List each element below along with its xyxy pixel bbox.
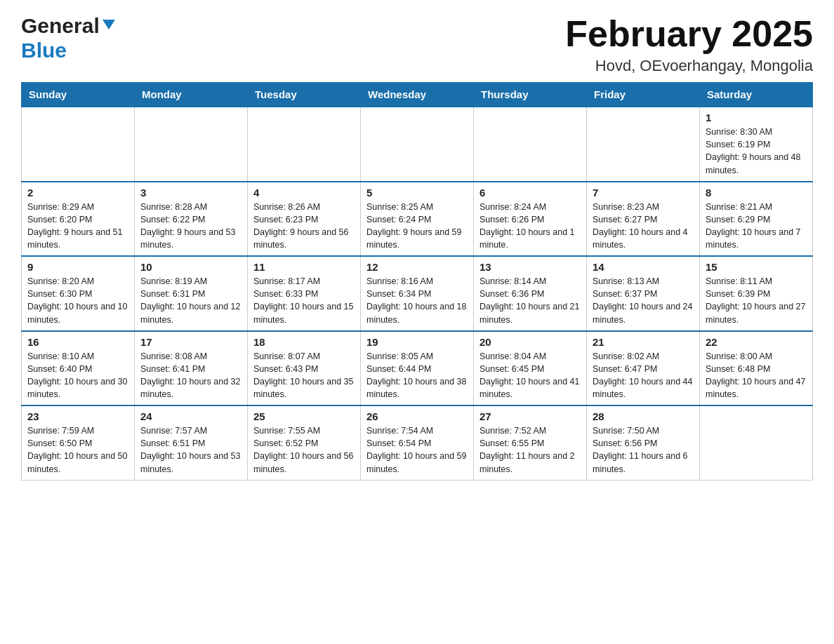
weekday-header-monday: Monday: [135, 83, 248, 107]
day-info: Sunrise: 8:04 AM Sunset: 6:45 PM Dayligh…: [479, 350, 581, 401]
day-number: 13: [479, 261, 581, 273]
calendar-cell: 20Sunrise: 8:04 AM Sunset: 6:45 PM Dayli…: [474, 331, 587, 406]
day-info: Sunrise: 8:19 AM Sunset: 6:31 PM Dayligh…: [140, 275, 241, 326]
day-number: 15: [706, 261, 807, 273]
calendar-week-row: 1Sunrise: 8:30 AM Sunset: 6:19 PM Daylig…: [22, 107, 813, 182]
calendar-cell: 11Sunrise: 8:17 AM Sunset: 6:33 PM Dayli…: [248, 256, 361, 331]
weekday-header-wednesday: Wednesday: [361, 83, 474, 107]
day-number: 7: [593, 187, 694, 199]
day-number: 1: [706, 112, 807, 123]
logo-arrow-icon: [101, 17, 117, 35]
day-number: 17: [140, 336, 241, 348]
day-number: 5: [366, 187, 468, 199]
day-number: 16: [27, 336, 128, 348]
calendar-cell: 1Sunrise: 8:30 AM Sunset: 6:19 PM Daylig…: [700, 107, 813, 182]
calendar-cell: 8Sunrise: 8:21 AM Sunset: 6:29 PM Daylig…: [700, 182, 813, 257]
weekday-header-row: SundayMondayTuesdayWednesdayThursdayFrid…: [22, 83, 813, 107]
day-info: Sunrise: 8:02 AM Sunset: 6:47 PM Dayligh…: [593, 350, 694, 401]
day-number: 23: [27, 410, 128, 422]
day-info: Sunrise: 7:54 AM Sunset: 6:54 PM Dayligh…: [366, 424, 468, 476]
day-number: 10: [140, 261, 241, 273]
logo-general-text: General: [21, 14, 100, 39]
calendar-cell: 24Sunrise: 7:57 AM Sunset: 6:51 PM Dayli…: [135, 405, 248, 480]
calendar-cell: [248, 107, 361, 182]
calendar-cell: [22, 107, 135, 182]
day-number: 4: [253, 187, 355, 199]
calendar-week-row: 23Sunrise: 7:59 AM Sunset: 6:50 PM Dayli…: [22, 405, 813, 480]
day-info: Sunrise: 8:26 AM Sunset: 6:23 PM Dayligh…: [253, 201, 355, 252]
calendar-cell: 3Sunrise: 8:28 AM Sunset: 6:22 PM Daylig…: [135, 182, 248, 257]
calendar-cell: 13Sunrise: 8:14 AM Sunset: 6:36 PM Dayli…: [474, 256, 587, 331]
calendar-cell: 5Sunrise: 8:25 AM Sunset: 6:24 PM Daylig…: [361, 182, 474, 257]
day-info: Sunrise: 8:28 AM Sunset: 6:22 PM Dayligh…: [140, 201, 241, 252]
calendar-cell: 15Sunrise: 8:11 AM Sunset: 6:39 PM Dayli…: [700, 256, 813, 331]
day-number: 9: [27, 261, 128, 273]
calendar-cell: 16Sunrise: 8:10 AM Sunset: 6:40 PM Dayli…: [22, 331, 135, 406]
title-area: February 2025 Hovd, OEvoerhangay, Mongol…: [565, 14, 813, 75]
calendar-cell: [135, 107, 248, 182]
day-number: 6: [479, 187, 581, 199]
calendar-cell: 21Sunrise: 8:02 AM Sunset: 6:47 PM Dayli…: [587, 331, 700, 406]
calendar-cell: 23Sunrise: 7:59 AM Sunset: 6:50 PM Dayli…: [22, 405, 135, 480]
day-info: Sunrise: 8:07 AM Sunset: 6:43 PM Dayligh…: [253, 350, 355, 401]
month-title: February 2025: [565, 14, 813, 54]
day-info: Sunrise: 8:30 AM Sunset: 6:19 PM Dayligh…: [706, 126, 807, 177]
day-number: 26: [366, 410, 468, 422]
weekday-header-saturday: Saturday: [700, 83, 813, 107]
day-info: Sunrise: 8:29 AM Sunset: 6:20 PM Dayligh…: [27, 201, 128, 252]
day-info: Sunrise: 7:57 AM Sunset: 6:51 PM Dayligh…: [140, 424, 241, 476]
calendar-week-row: 16Sunrise: 8:10 AM Sunset: 6:40 PM Dayli…: [22, 331, 813, 406]
calendar-cell: [474, 107, 587, 182]
day-number: 20: [479, 336, 581, 348]
day-number: 28: [593, 410, 694, 422]
day-number: 22: [706, 336, 807, 348]
calendar-cell: [361, 107, 474, 182]
calendar-cell: 17Sunrise: 8:08 AM Sunset: 6:41 PM Dayli…: [135, 331, 248, 406]
weekday-header-tuesday: Tuesday: [248, 83, 361, 107]
day-info: Sunrise: 7:50 AM Sunset: 6:56 PM Dayligh…: [593, 424, 694, 476]
calendar-cell: 19Sunrise: 8:05 AM Sunset: 6:44 PM Dayli…: [361, 331, 474, 406]
day-info: Sunrise: 8:05 AM Sunset: 6:44 PM Dayligh…: [366, 350, 468, 401]
day-info: Sunrise: 8:20 AM Sunset: 6:30 PM Dayligh…: [27, 275, 128, 326]
calendar-cell: 18Sunrise: 8:07 AM Sunset: 6:43 PM Dayli…: [248, 331, 361, 406]
day-info: Sunrise: 8:13 AM Sunset: 6:37 PM Dayligh…: [593, 275, 694, 326]
calendar-table: SundayMondayTuesdayWednesdayThursdayFrid…: [21, 82, 813, 481]
svg-marker-0: [102, 20, 115, 29]
calendar-week-row: 2Sunrise: 8:29 AM Sunset: 6:20 PM Daylig…: [22, 182, 813, 257]
day-info: Sunrise: 8:14 AM Sunset: 6:36 PM Dayligh…: [479, 275, 581, 326]
calendar-cell: 27Sunrise: 7:52 AM Sunset: 6:55 PM Dayli…: [474, 405, 587, 480]
calendar-cell: 28Sunrise: 7:50 AM Sunset: 6:56 PM Dayli…: [587, 405, 700, 480]
day-info: Sunrise: 7:52 AM Sunset: 6:55 PM Dayligh…: [479, 424, 581, 476]
calendar-cell: 26Sunrise: 7:54 AM Sunset: 6:54 PM Dayli…: [361, 405, 474, 480]
calendar-cell: 9Sunrise: 8:20 AM Sunset: 6:30 PM Daylig…: [22, 256, 135, 331]
day-info: Sunrise: 8:17 AM Sunset: 6:33 PM Dayligh…: [253, 275, 355, 326]
weekday-header-friday: Friday: [587, 83, 700, 107]
day-info: Sunrise: 7:55 AM Sunset: 6:52 PM Dayligh…: [253, 424, 355, 476]
logo: General Blue: [21, 14, 117, 62]
day-number: 21: [593, 336, 694, 348]
calendar-cell: 7Sunrise: 8:23 AM Sunset: 6:27 PM Daylig…: [587, 182, 700, 257]
day-number: 19: [366, 336, 468, 348]
day-info: Sunrise: 7:59 AM Sunset: 6:50 PM Dayligh…: [27, 424, 128, 476]
location-subtitle: Hovd, OEvoerhangay, Mongolia: [565, 57, 813, 75]
day-info: Sunrise: 8:23 AM Sunset: 6:27 PM Dayligh…: [593, 201, 694, 252]
calendar-cell: [587, 107, 700, 182]
calendar-week-row: 9Sunrise: 8:20 AM Sunset: 6:30 PM Daylig…: [22, 256, 813, 331]
calendar-cell: 25Sunrise: 7:55 AM Sunset: 6:52 PM Dayli…: [248, 405, 361, 480]
calendar-cell: 6Sunrise: 8:24 AM Sunset: 6:26 PM Daylig…: [474, 182, 587, 257]
day-info: Sunrise: 8:24 AM Sunset: 6:26 PM Dayligh…: [479, 201, 581, 252]
day-number: 27: [479, 410, 581, 422]
calendar-cell: 12Sunrise: 8:16 AM Sunset: 6:34 PM Dayli…: [361, 256, 474, 331]
day-number: 2: [27, 187, 128, 199]
weekday-header-thursday: Thursday: [474, 83, 587, 107]
page-header: General Blue February 2025 Hovd, OEvoerh…: [21, 14, 813, 75]
day-info: Sunrise: 8:25 AM Sunset: 6:24 PM Dayligh…: [366, 201, 468, 252]
weekday-header-sunday: Sunday: [22, 83, 135, 107]
calendar-cell: 22Sunrise: 8:00 AM Sunset: 6:48 PM Dayli…: [700, 331, 813, 406]
day-info: Sunrise: 8:11 AM Sunset: 6:39 PM Dayligh…: [706, 275, 807, 326]
day-info: Sunrise: 8:10 AM Sunset: 6:40 PM Dayligh…: [27, 350, 128, 401]
day-number: 18: [253, 336, 355, 348]
calendar-cell: [700, 405, 813, 480]
day-number: 8: [706, 187, 807, 199]
calendar-cell: 4Sunrise: 8:26 AM Sunset: 6:23 PM Daylig…: [248, 182, 361, 257]
